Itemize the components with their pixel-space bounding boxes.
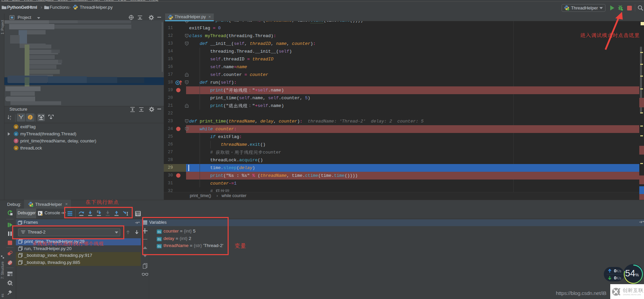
svg-text:a: a	[10, 115, 11, 117]
svg-text:c: c	[15, 132, 17, 136]
svg-text:v: v	[15, 146, 17, 150]
svg-text:f: f	[16, 139, 17, 143]
svg-text:z: z	[10, 118, 11, 120]
svg-text:v: v	[15, 125, 17, 129]
